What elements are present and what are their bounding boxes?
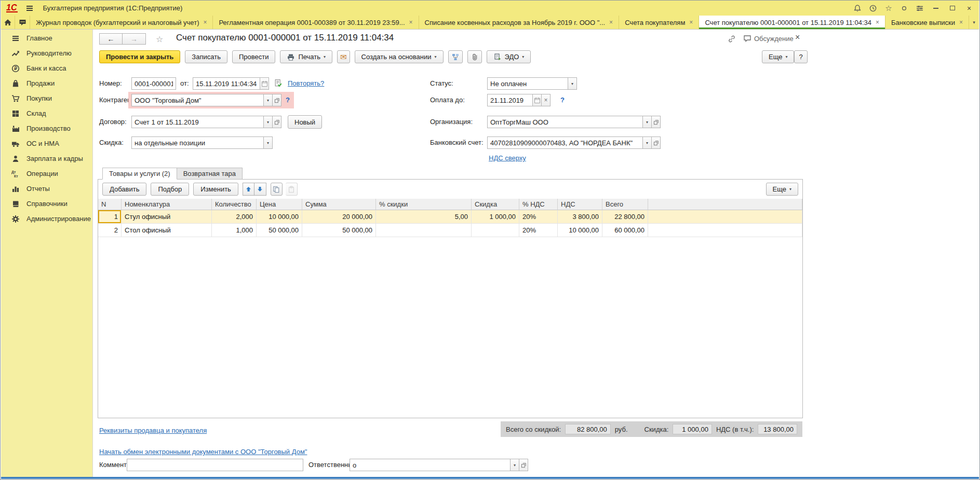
- cell-total[interactable]: 22 800,00: [602, 210, 648, 224]
- window-tab[interactable]: Счета покупателям×: [619, 16, 699, 29]
- cell-vat-pct[interactable]: 20%: [519, 224, 558, 237]
- sidebar-item-production[interactable]: Производство: [1, 121, 92, 136]
- status-circle-icon[interactable]: [898, 3, 910, 13]
- paste-rows-icon[interactable]: [286, 183, 298, 196]
- window-tab[interactable]: Журнал проводок (бухгалтерский и налогов…: [30, 16, 213, 29]
- responsible-input[interactable]: [350, 459, 511, 471]
- discussions-chat-icon[interactable]: [15, 16, 30, 29]
- requisites-link[interactable]: Реквизиты продавца и покупателя: [99, 427, 207, 434]
- tab-close-icon[interactable]: ×: [409, 19, 413, 25]
- attachments-button[interactable]: [467, 50, 482, 63]
- forward-button[interactable]: →: [123, 33, 146, 45]
- pick-button[interactable]: Подбор: [151, 183, 189, 196]
- cell-vat-pct[interactable]: 20%: [519, 210, 558, 224]
- bank-account-input[interactable]: [487, 136, 643, 149]
- discount-select[interactable]: [131, 136, 264, 149]
- window-tab[interactable]: Регламентная операция 0001-000389 от 30.…: [213, 16, 419, 29]
- cell-discount[interactable]: 1 000,00: [472, 210, 519, 224]
- subordination-structure-button[interactable]: [448, 50, 463, 63]
- pay-before-calendar-icon[interactable]: [533, 94, 542, 106]
- discussion-button[interactable]: Обсуждение: [743, 34, 794, 43]
- tab-returnable-packaging[interactable]: Возвратная тара: [177, 168, 243, 180]
- cell-nomenclature[interactable]: Стул офисный: [122, 210, 212, 224]
- form-close-icon[interactable]: ×: [795, 33, 800, 42]
- table-row[interactable]: 2 Стол офисный 1,000 50 000,00 50 000,00…: [98, 224, 802, 237]
- sidebar-item-main[interactable]: Главное: [1, 31, 92, 46]
- pay-before-input[interactable]: [487, 94, 533, 106]
- column-header[interactable]: N: [98, 199, 122, 210]
- post-button[interactable]: Провести: [232, 50, 276, 63]
- pay-before-help-icon[interactable]: ?: [560, 94, 565, 106]
- contractor-help-icon[interactable]: ?: [286, 94, 290, 106]
- status-select[interactable]: [487, 77, 568, 90]
- sidebar-item-directories[interactable]: Справочники: [1, 196, 92, 211]
- cell-quantity[interactable]: 2,000: [212, 210, 257, 224]
- sidebar-item-reports[interactable]: Отчеты: [1, 181, 92, 196]
- sidebar-item-warehouse[interactable]: Склад: [1, 106, 92, 121]
- table-row[interactable]: 1 Стул офисный 2,000 10 000,00 20 000,00…: [98, 210, 802, 224]
- contractor-open-icon[interactable]: [273, 94, 281, 106]
- notifications-bell-icon[interactable]: [851, 3, 864, 13]
- print-button[interactable]: Печать▾: [280, 50, 332, 63]
- save-button[interactable]: Записать: [185, 50, 227, 63]
- start-edo-exchange-link[interactable]: Начать обмен электронными документами с …: [99, 448, 307, 456]
- cell-sum[interactable]: 50 000,00: [302, 224, 376, 237]
- date-input[interactable]: [193, 77, 260, 90]
- calendar-icon[interactable]: [260, 77, 269, 90]
- organization-dropdown-icon[interactable]: ▾: [643, 116, 652, 128]
- cell-quantity[interactable]: 1,000: [212, 224, 257, 237]
- add-row-button[interactable]: Добавить: [102, 183, 146, 196]
- back-button[interactable]: ←: [99, 33, 123, 45]
- edo-button[interactable]: ЭДО▾: [487, 50, 531, 63]
- new-contract-button[interactable]: Новый: [288, 115, 322, 129]
- comment-input[interactable]: [127, 459, 303, 471]
- cell-price[interactable]: 10 000,00: [257, 210, 302, 224]
- column-header[interactable]: Количество: [212, 199, 257, 210]
- repeat-link[interactable]: Повторять?: [288, 79, 324, 87]
- minimize-button[interactable]: [929, 3, 943, 13]
- tab-close-icon[interactable]: ×: [609, 19, 613, 25]
- cell-vat[interactable]: 10 000,00: [558, 224, 602, 237]
- column-header[interactable]: % скидки: [376, 199, 472, 210]
- contract-open-icon[interactable]: [273, 116, 281, 128]
- history-icon[interactable]: [867, 3, 879, 13]
- cell-sum[interactable]: 20 000,00: [302, 210, 376, 224]
- cell-vat[interactable]: 3 800,00: [558, 210, 602, 224]
- column-header[interactable]: НДС: [558, 199, 602, 210]
- organization-input[interactable]: [487, 116, 643, 128]
- copy-rows-icon[interactable]: [271, 183, 283, 196]
- tab-goods-services[interactable]: Товары и услуги (2): [102, 168, 177, 180]
- sidebar-item-operations[interactable]: ДтКт Операции: [1, 166, 92, 181]
- window-tab[interactable]: Банковские выписки×: [885, 16, 969, 29]
- contract-input[interactable]: [131, 116, 264, 128]
- cell-discount-pct[interactable]: 5,00: [376, 210, 472, 224]
- window-close-button[interactable]: ×: [962, 3, 976, 13]
- cell-discount-pct[interactable]: [376, 224, 472, 237]
- edit-row-button[interactable]: Изменить: [193, 183, 238, 196]
- sidebar-item-manager[interactable]: Руководителю: [1, 46, 92, 61]
- tab-list-dropdown-icon[interactable]: ▾: [969, 16, 979, 29]
- responsible-dropdown-icon[interactable]: ▾: [511, 459, 519, 471]
- responsible-open-icon[interactable]: [519, 459, 528, 471]
- cell-price[interactable]: 50 000,00: [257, 224, 302, 237]
- window-tab[interactable]: Списание косвенных расходов за Ноябрь 20…: [419, 16, 620, 29]
- create-based-on-button[interactable]: Создать на основании▾: [355, 50, 444, 63]
- move-down-icon[interactable]: [254, 183, 266, 196]
- window-tab-active[interactable]: Счет покупателю 0001-000001 от 15.11.201…: [699, 16, 885, 29]
- contract-dropdown-icon[interactable]: ▾: [264, 116, 273, 128]
- pay-before-clear-icon[interactable]: ×: [542, 94, 551, 106]
- maximize-button[interactable]: [946, 3, 959, 13]
- sidebar-item-salary-hr[interactable]: Зарплата и кадры: [1, 151, 92, 166]
- cell-nomenclature[interactable]: Стол офисный: [122, 224, 212, 237]
- move-up-icon[interactable]: [243, 183, 254, 196]
- discount-dropdown-icon[interactable]: ▾: [264, 136, 273, 149]
- cell-total[interactable]: 60 000,00: [602, 224, 648, 237]
- contractor-input[interactable]: [131, 94, 264, 106]
- column-header[interactable]: Номенклатура: [122, 199, 212, 210]
- cell-discount[interactable]: [472, 224, 519, 237]
- contractor-dropdown-icon[interactable]: ▾: [264, 94, 273, 106]
- column-header[interactable]: Скидка: [472, 199, 519, 210]
- more-button[interactable]: Еще▾: [762, 50, 794, 63]
- column-header[interactable]: % НДС: [519, 199, 558, 210]
- bank-account-dropdown-icon[interactable]: ▾: [643, 136, 652, 149]
